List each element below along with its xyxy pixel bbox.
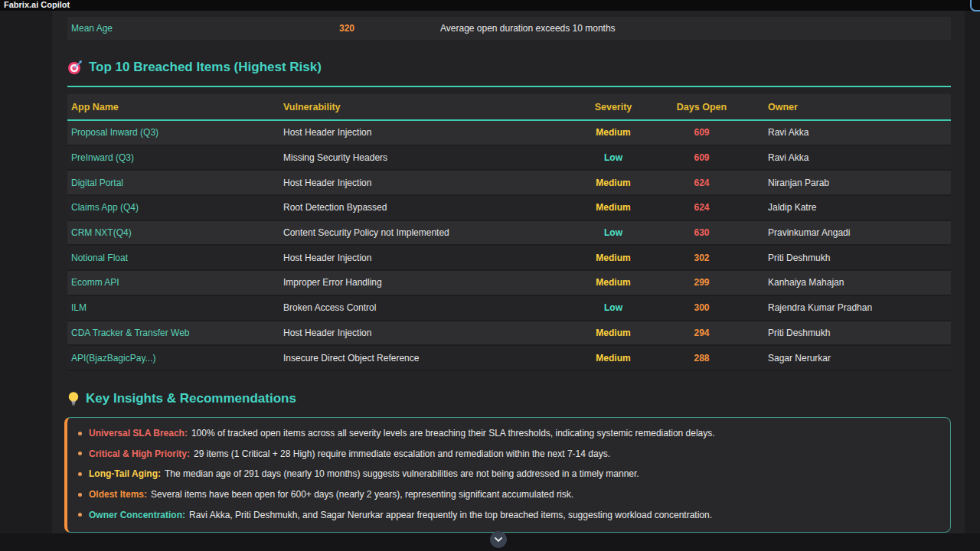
cell-owner: Jaldip Katre — [753, 202, 951, 213]
cell-vulnerability: Broken Access Control — [279, 302, 577, 313]
table-row: CRM NXT(Q4)Content Security Policy not I… — [67, 221, 951, 246]
cell-app: Digital Portal — [67, 178, 279, 188]
cell-app: Claims App (Q4) — [67, 202, 279, 213]
app-title: Fabrix.ai Copilot — [4, 0, 70, 9]
insight-lead: Oldest Items: — [89, 489, 147, 500]
cell-days-open: 624 — [650, 202, 753, 213]
table-row: Digital PortalHost Header InjectionMediu… — [67, 171, 951, 196]
table-row: API(BjazBagicPay...)Insecure Direct Obje… — [67, 346, 951, 371]
cell-app: Proposal Inward (Q3) — [67, 127, 279, 138]
cell-app: CRM NXT(Q4) — [67, 227, 279, 238]
cell-severity: Low — [577, 302, 650, 313]
cell-app: PreInward (Q3) — [67, 152, 279, 163]
cell-owner: Ravi Akka — [753, 127, 951, 138]
cell-vulnerability: Content Security Policy not Implemented — [279, 227, 577, 238]
cell-severity: Low — [577, 227, 650, 238]
table-row: ILMBroken Access ControlLow300Rajendra K… — [67, 296, 951, 321]
table-body: Proposal Inward (Q3)Host Header Injectio… — [67, 121, 951, 371]
metric-description: Average open duration exceeds 10 months — [440, 23, 616, 34]
cell-owner: Rajendra Kumar Pradhan — [753, 302, 951, 313]
section-divider — [67, 86, 951, 87]
table-row: PreInward (Q3)Missing Security HeadersLo… — [67, 146, 951, 171]
cell-owner: Ravi Akka — [753, 152, 951, 163]
insights-section-title: Key Insights & Recommendations — [67, 391, 296, 406]
cell-vulnerability: Missing Security Headers — [279, 152, 577, 163]
target-icon — [67, 60, 83, 75]
insights-box: Universal SLA Breach:100% of tracked ope… — [64, 417, 951, 533]
cell-days-open: 300 — [650, 302, 753, 313]
cell-severity: Medium — [577, 328, 650, 338]
cell-severity: Low — [577, 152, 650, 163]
copilot-report-panel: Mean Age 320 Average open duration excee… — [52, 11, 965, 533]
summary-metric-row: Mean Age 320 Average open duration excee… — [67, 17, 951, 40]
cell-severity: Medium — [577, 202, 650, 213]
insight-lead: Long-Tail Aging: — [89, 468, 161, 479]
cell-severity: Medium — [577, 127, 650, 138]
column-header-severity: Severity — [577, 102, 650, 112]
cell-vulnerability: Host Header Injection — [279, 253, 577, 263]
lightbulb-icon — [67, 391, 80, 406]
table-row: Proposal Inward (Q3)Host Header Injectio… — [67, 121, 951, 146]
cell-owner: Sagar Nerurkar — [753, 353, 951, 364]
cell-severity: Medium — [577, 178, 650, 188]
metric-label: Mean Age — [71, 23, 113, 34]
cell-vulnerability: Host Header Injection — [279, 127, 577, 138]
cell-app: Notional Float — [67, 253, 279, 263]
cell-owner: Pravinkumar Angadi — [753, 227, 951, 238]
column-header-days-open: Days Open — [650, 102, 753, 112]
bullet-icon — [78, 493, 82, 497]
insight-item: Universal SLA Breach:100% of tracked ope… — [67, 423, 950, 444]
insight-text: 100% of tracked open items across all se… — [191, 428, 715, 439]
cell-vulnerability: Host Header Injection — [279, 178, 577, 188]
table-row: Claims App (Q4)Root Detection BypassedMe… — [67, 196, 951, 221]
breached-items-section-title: Top 10 Breached Items (Highest Risk) — [67, 60, 322, 75]
column-header-owner: Owner — [753, 102, 951, 112]
insight-text: The median age of 291 days (nearly 10 mo… — [165, 468, 639, 479]
cell-days-open: 609 — [650, 127, 753, 138]
cell-owner: Niranjan Parab — [753, 178, 951, 188]
focused-panel-corner — [970, 0, 980, 11]
cell-days-open: 294 — [650, 328, 753, 338]
cell-owner: Kanhaiya Mahajan — [753, 277, 951, 288]
bullet-icon — [78, 452, 82, 455]
insight-item: Long-Tail Aging:The median age of 291 da… — [67, 464, 950, 484]
insight-text: Ravi Akka, Priti Deshmukh, and Sagar Ner… — [189, 510, 712, 520]
insight-lead: Critical & High Priority: — [89, 448, 190, 459]
insight-lead: Universal SLA Breach: — [89, 428, 188, 439]
cell-severity: Medium — [577, 277, 650, 288]
cell-days-open: 299 — [650, 277, 753, 288]
cell-vulnerability: Improper Error Handling — [279, 277, 577, 288]
cell-days-open: 624 — [650, 178, 753, 188]
insight-item: Critical & High Priority:29 items (1 Cri… — [67, 444, 950, 465]
bullet-icon — [78, 472, 82, 476]
cell-days-open: 288 — [650, 353, 753, 364]
insight-text: Several items have been open for 600+ da… — [151, 489, 573, 500]
bullet-icon — [78, 432, 82, 435]
cell-severity: Medium — [577, 353, 650, 364]
cell-owner: Priti Deshmukh — [753, 253, 951, 263]
table-row: Notional FloatHost Header InjectionMediu… — [67, 246, 951, 271]
scroll-down-button[interactable] — [490, 531, 507, 548]
column-header-vulnerability: Vulnerability — [279, 102, 577, 112]
cell-app: CDA Tracker & Transfer Web — [67, 328, 279, 338]
cell-app: ILM — [67, 302, 279, 313]
cell-days-open: 630 — [650, 227, 753, 238]
cell-severity: Medium — [577, 253, 650, 263]
cell-vulnerability: Root Detection Bypassed — [279, 202, 577, 213]
insight-lead: Owner Concentration: — [89, 510, 185, 520]
section-title-text: Top 10 Breached Items (Highest Risk) — [89, 60, 322, 75]
table-row: CDA Tracker & Transfer WebHost Header In… — [67, 321, 951, 347]
cell-owner: Priti Deshmukh — [753, 328, 951, 338]
insight-item: Owner Concentration:Ravi Akka, Priti Des… — [67, 504, 950, 525]
cell-app: Ecomm API — [67, 277, 279, 288]
insight-text: 29 items (1 Critical + 28 High) require … — [194, 448, 610, 459]
cell-vulnerability: Insecure Direct Object Reference — [279, 353, 577, 364]
chevron-down-icon — [495, 537, 502, 542]
cell-app: API(BjazBagicPay...) — [67, 353, 279, 364]
section-title-text: Key Insights & Recommendations — [86, 391, 296, 406]
bullet-icon — [78, 513, 82, 517]
insight-item: Oldest Items:Several items have been ope… — [67, 484, 950, 505]
column-header-app-name: App Name — [67, 102, 279, 112]
window-titlebar: Fabrix.ai Copilot — [0, 0, 980, 11]
table-header-row: App NameVulnerabilitySeverityDays OpenOw… — [67, 94, 951, 121]
